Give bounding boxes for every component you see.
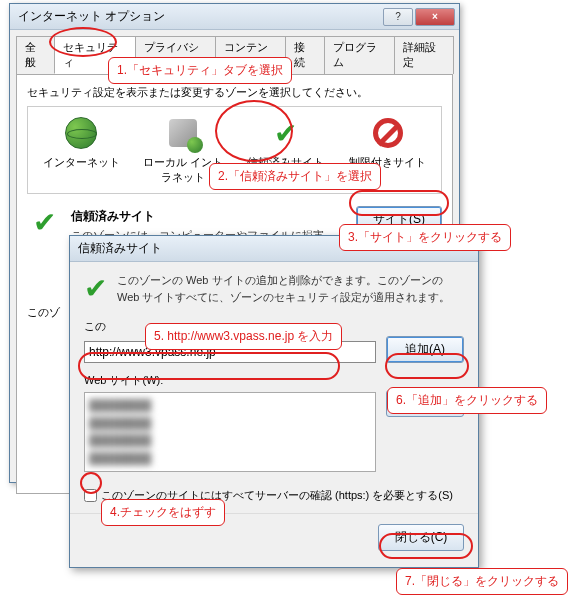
add-button[interactable]: 追加(A) (386, 336, 464, 363)
tab-programs[interactable]: プログラム (324, 36, 395, 74)
check-icon: ✔ (274, 117, 297, 150)
annotation-7: 7.「閉じる」をクリックする (396, 568, 568, 595)
annotation-1: 1.「セキュリティ」タブを選択 (108, 57, 292, 84)
annotation-3: 3.「サイト」をクリックする (339, 224, 511, 251)
tab-general[interactable]: 全般 (16, 36, 55, 74)
help-button[interactable]: ? (383, 8, 413, 26)
close-dialog-button[interactable]: 閉じる(C) (378, 524, 464, 551)
annotation-5: 5. http://www3.vpass.ne.jp を入力 (145, 323, 342, 350)
https-required-checkbox[interactable] (84, 489, 97, 502)
sub-desc: このゾーンの Web サイトの追加と削除ができます。このゾーンの Web サイト… (117, 272, 464, 305)
check-icon: ✔ (33, 206, 56, 239)
zone-desc-partial: このゾ (27, 305, 60, 320)
zone-select-prompt: セキュリティ設定を表示または変更するゾーンを選択してください。 (27, 85, 442, 100)
check-icon: ✔ (84, 272, 107, 305)
intranet-icon (169, 119, 197, 147)
window-title: インターネット オプション (18, 8, 381, 25)
annotation-4: 4.チェックをはずす (101, 499, 225, 526)
titlebar: インターネット オプション ? × (10, 4, 459, 30)
annotation-2: 2.「信頼済みサイト」を選択 (209, 163, 381, 190)
globe-icon (65, 117, 97, 149)
sites-listbox[interactable]: ████████████████████████████████ (84, 392, 376, 472)
trusted-zone-title: 信頼済みサイト (71, 206, 346, 227)
sites-list-label: Web サイト(W): (84, 373, 464, 388)
close-button[interactable]: × (415, 8, 455, 26)
zone-internet[interactable]: インターネット (40, 115, 122, 185)
restricted-icon (373, 118, 403, 148)
tab-advanced[interactable]: 詳細設定 (394, 36, 454, 74)
annotation-6: 6.「追加」をクリックする (387, 387, 547, 414)
